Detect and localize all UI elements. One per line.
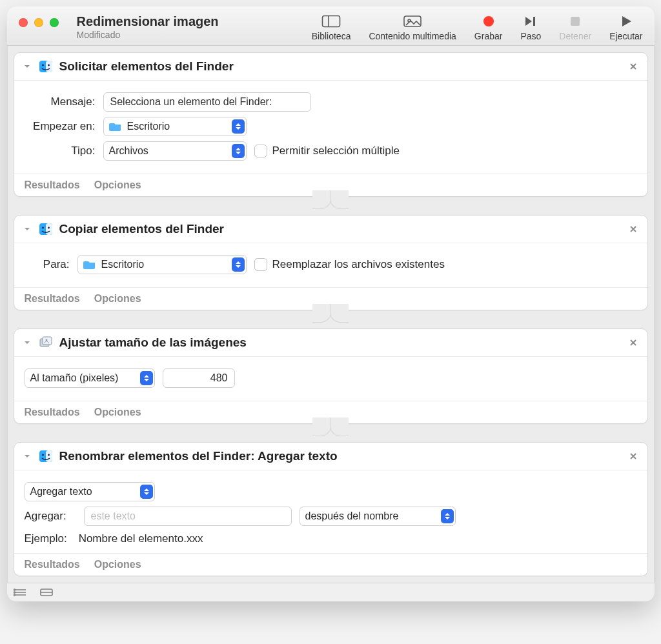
action-header[interactable]: Renombrar elementos del Finder: Agregar … xyxy=(14,443,647,470)
allow-multiple-label: Permitir selección múltiple xyxy=(272,145,400,157)
action-body: Al tamaño (pixeles) xyxy=(14,357,647,401)
minimize-window-button[interactable] xyxy=(34,18,43,27)
finder-icon xyxy=(39,59,53,74)
remove-action-button[interactable] xyxy=(627,336,640,349)
position-value: después del nombre xyxy=(305,510,399,522)
action-ask-finder-items: Solicitar elementos del Finder Mensaje: … xyxy=(14,52,648,197)
svg-point-8 xyxy=(48,65,50,66)
toolbar-record-button[interactable]: Grabar xyxy=(474,14,503,41)
options-button[interactable]: Opciones xyxy=(94,559,141,570)
folder-icon xyxy=(83,259,96,270)
toolbar-step-label: Paso xyxy=(520,31,541,41)
action-header[interactable]: Solicitar elementos del Finder xyxy=(14,53,647,81)
toolbar-step-button[interactable]: Paso xyxy=(520,14,541,41)
zoom-window-button[interactable] xyxy=(50,18,59,27)
results-button[interactable]: Resultados xyxy=(25,293,80,305)
automator-window: Redimensionar imagen Modificado Bibliote… xyxy=(7,6,655,601)
disclosure-chevron-icon[interactable] xyxy=(22,61,32,72)
svg-point-19 xyxy=(48,454,50,456)
svg-point-23 xyxy=(14,589,15,590)
action-header[interactable]: Copiar elementos del Finder xyxy=(14,216,647,243)
toolbar-media-label: Contenido multimedia xyxy=(369,31,456,41)
popup-caret-icon xyxy=(140,485,153,499)
svg-point-11 xyxy=(42,227,44,229)
svg-rect-6 xyxy=(46,61,52,72)
replace-checkbox[interactable]: Reemplazar los archivos existentes xyxy=(254,258,445,271)
results-button[interactable]: Resultados xyxy=(25,179,80,191)
action-title: Renombrar elementos del Finder: Agregar … xyxy=(59,449,338,463)
svg-rect-0 xyxy=(323,16,340,27)
message-input[interactable] xyxy=(103,92,311,112)
size-input[interactable] xyxy=(163,368,235,388)
stop-icon xyxy=(565,14,585,28)
to-label: Para: xyxy=(25,258,70,271)
action-body: Para: Escritorio Reemplazar los archivos… xyxy=(14,243,647,287)
checkbox-box xyxy=(254,145,267,157)
action-connector xyxy=(14,197,648,215)
action-connector xyxy=(14,424,648,442)
toolbar-library-label: Biblioteca xyxy=(312,31,351,41)
to-popup[interactable]: Escritorio xyxy=(77,255,247,274)
action-header[interactable]: Ajustar tamaño de las imágenes xyxy=(14,329,647,357)
finder-icon xyxy=(39,449,53,463)
action-copy-finder-items: Copiar elementos del Finder Para: Escrit… xyxy=(14,215,648,310)
close-window-button[interactable] xyxy=(19,18,28,27)
preview-icon xyxy=(39,336,53,350)
rename-mode-value: Agregar texto xyxy=(30,486,92,498)
toolbar-media-button[interactable]: Contenido multimedia xyxy=(369,14,456,41)
add-label: Agregar: xyxy=(25,510,76,523)
title-block: Redimensionar imagen Modificado xyxy=(77,14,219,40)
action-title: Copiar elementos del Finder xyxy=(59,222,225,236)
options-button[interactable]: Opciones xyxy=(94,179,141,191)
popup-caret-icon xyxy=(232,119,245,134)
svg-point-12 xyxy=(48,227,50,229)
folder-icon xyxy=(109,121,122,132)
svg-rect-10 xyxy=(46,223,52,235)
remove-action-button[interactable] xyxy=(627,223,640,236)
toolbar-stop-button: Detener xyxy=(559,14,591,41)
toolbar-run-button[interactable]: Ejecutar xyxy=(609,14,642,41)
disclosure-chevron-icon[interactable] xyxy=(22,224,32,234)
allow-multiple-checkbox[interactable]: Permitir selección múltiple xyxy=(254,145,400,157)
finder-icon xyxy=(39,222,53,236)
checkbox-box xyxy=(254,258,267,271)
rename-mode-popup[interactable]: Agregar texto xyxy=(25,482,155,501)
type-value: Archivos xyxy=(109,145,148,157)
disclosure-chevron-icon[interactable] xyxy=(22,451,32,461)
results-button[interactable]: Resultados xyxy=(25,407,80,418)
window-controls xyxy=(19,18,59,27)
disclosure-chevron-icon[interactable] xyxy=(22,337,32,348)
toolbar: Biblioteca Contenido multimedia Grabar P… xyxy=(312,13,643,41)
action-footer: Resultados Opciones xyxy=(14,553,647,576)
start-in-label: Empezar en: xyxy=(25,120,96,133)
remove-action-button[interactable] xyxy=(627,450,640,463)
message-label: Mensaje: xyxy=(25,96,96,108)
options-button[interactable]: Opciones xyxy=(94,293,141,305)
record-icon xyxy=(479,14,498,28)
results-button[interactable]: Resultados xyxy=(25,559,80,570)
options-button[interactable]: Opciones xyxy=(94,407,141,418)
size-mode-value: Al tamaño (pixeles) xyxy=(30,372,119,384)
action-scale-images: Ajustar tamaño de las imágenes Al tamaño… xyxy=(14,328,648,424)
size-mode-popup[interactable]: Al tamaño (pixeles) xyxy=(25,368,155,388)
example-label: Ejemplo: xyxy=(25,532,67,545)
start-in-popup[interactable]: Escritorio xyxy=(103,117,247,136)
variables-view-toggle[interactable] xyxy=(39,587,54,598)
action-connector xyxy=(14,310,648,328)
remove-action-button[interactable] xyxy=(627,60,640,73)
play-icon xyxy=(616,14,636,28)
toolbar-run-label: Ejecutar xyxy=(609,31,642,41)
action-body: Agregar texto Agregar: después del nombr… xyxy=(14,470,647,553)
position-popup[interactable]: después del nombre xyxy=(300,507,456,526)
sidebar-icon xyxy=(321,14,341,28)
action-title: Solicitar elementos del Finder xyxy=(59,59,234,74)
type-label: Tipo: xyxy=(25,145,96,157)
action-title: Ajustar tamaño de las imágenes xyxy=(59,336,247,350)
type-popup[interactable]: Archivos xyxy=(103,141,247,161)
log-view-toggle[interactable] xyxy=(14,587,28,598)
toolbar-library-button[interactable]: Biblioteca xyxy=(312,14,351,41)
svg-rect-4 xyxy=(533,17,535,26)
add-text-input[interactable] xyxy=(84,507,292,526)
workflow-area: Solicitar elementos del Finder Mensaje: … xyxy=(7,46,655,583)
window-subtitle: Modificado xyxy=(77,30,219,40)
